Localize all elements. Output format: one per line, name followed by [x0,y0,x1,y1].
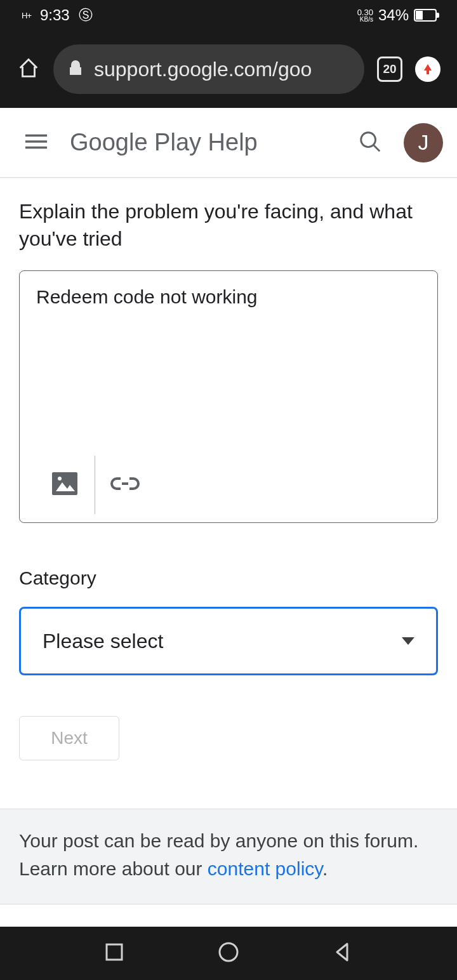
link-icon [109,475,141,494]
insert-image-button[interactable] [35,463,95,507]
category-select-text: Please select [43,630,163,653]
avatar[interactable]: J [404,123,443,162]
status-bar: H+ 9:33 Ⓢ 0.30 KB/s 34% [0,0,457,30]
signal-icon: H+ [22,11,31,20]
dnd-icon: Ⓢ [79,6,93,25]
avatar-initial: J [418,130,429,155]
svg-point-7 [58,477,62,480]
explain-textarea[interactable] [20,271,437,447]
content-policy-link[interactable]: content policy [208,858,322,879]
image-icon [51,471,79,499]
category-section: Category Please select [19,567,438,675]
status-time: 9:33 [40,6,70,24]
battery-percentage: 34% [378,6,409,24]
category-select[interactable]: Please select [19,607,438,675]
home-icon[interactable] [17,56,41,83]
menu-icon[interactable] [24,133,48,153]
system-nav-bar [0,927,457,980]
chevron-down-icon [402,637,414,645]
explain-field-wrapper [19,270,438,523]
url-text: support.google.com/goo [94,58,312,81]
back-button[interactable] [332,941,354,965]
insert-link-button[interactable] [95,463,155,507]
next-button[interactable]: Next [19,716,119,760]
home-button[interactable] [217,941,240,966]
status-right: 0.30 KB/s 34% [357,6,437,24]
editor-toolbar [20,447,437,522]
category-label: Category [19,567,438,589]
tabs-count: 20 [383,62,396,76]
status-left: H+ 9:33 Ⓢ [22,6,93,25]
svg-rect-8 [107,944,122,960]
main-content: Explain the problem you're facing, and w… [0,178,457,904]
data-rate: 0.30 KB/s [357,8,373,23]
battery-icon [414,9,437,22]
search-icon[interactable] [358,129,382,156]
notice-text-after: . [322,858,328,879]
svg-point-3 [361,132,376,147]
lock-icon [69,58,83,81]
svg-line-4 [374,145,380,151]
next-button-label: Next [51,728,88,748]
tabs-button[interactable]: 20 [377,56,402,82]
url-bar[interactable]: support.google.com/goo [53,44,364,94]
content-notice: Your post can be read by anyone on this … [0,809,457,904]
upload-indicator-icon[interactable] [415,56,440,82]
svg-rect-5 [52,472,77,495]
browser-bar: support.google.com/goo 20 [0,30,457,108]
app-header: Google Play Help J [0,108,457,178]
svg-point-9 [220,943,237,961]
recents-button[interactable] [103,941,125,965]
page-title: Google Play Help [70,129,336,156]
explain-label: Explain the problem you're facing, and w… [19,198,438,253]
